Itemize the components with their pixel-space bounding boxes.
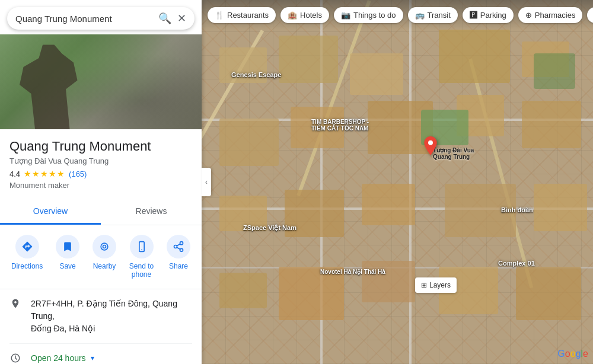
layers-label: Layers: [429, 281, 451, 289]
send-to-phone-icon: [130, 235, 154, 258]
filter-chip-things-to-do[interactable]: 📷 Things to do: [334, 7, 403, 23]
svg-point-7: [180, 248, 183, 251]
rating-row: 4.4 ★★★★★ (165): [9, 169, 192, 178]
filter-chip-pharmacies[interactable]: ⊕ Pharmacies: [518, 7, 583, 23]
restaurant-icon: 🍴: [215, 11, 224, 20]
svg-point-2: [101, 243, 108, 250]
tab-reviews[interactable]: Reviews: [101, 199, 202, 225]
nearby-button[interactable]: Nearby: [93, 235, 116, 279]
filter-chip-pharmacies-label: Pharmacies: [535, 11, 576, 20]
svg-point-1: [103, 245, 106, 248]
save-button[interactable]: Save: [56, 235, 79, 279]
layers-button[interactable]: ⊞ Layers: [415, 277, 457, 293]
hours-status: Open 24 hours: [31, 352, 86, 364]
tabs: Overview Reviews: [0, 199, 202, 225]
svg-line-8: [177, 247, 180, 249]
filter-chip-transit[interactable]: 🚌 Transit: [408, 7, 458, 23]
send-to-phone-button[interactable]: Send tophone: [129, 235, 154, 279]
google-logo: Google: [557, 349, 588, 359]
svg-line-9: [177, 244, 180, 245]
place-subtitle: Tượng Đài Vua Quang Trung: [9, 157, 192, 165]
action-buttons: Directions Save Nearby: [0, 225, 202, 289]
pharmacy-icon: ⊕: [525, 11, 532, 20]
search-icon[interactable]: 🔍: [158, 12, 171, 25]
filter-bar: 🍴 Restaurants 🏨 Hotels 📷 Things to do 🚌 …: [202, 0, 593, 30]
map-marker[interactable]: [421, 136, 440, 162]
filter-chip-atms[interactable]: 💳 ATMs: [587, 7, 593, 23]
collapse-panel-button[interactable]: ‹: [202, 168, 211, 196]
place-info: Quang Trung Monument Tượng Đài Vua Quang…: [0, 129, 202, 194]
directions-label: Directions: [11, 262, 43, 270]
map-tiles: [202, 0, 593, 364]
directions-icon: [15, 235, 39, 258]
svg-point-0: [428, 141, 433, 145]
clock-icon: [9, 353, 21, 364]
filter-chip-hotels[interactable]: 🏨 Hotels: [280, 7, 329, 23]
chevron-left-icon: ‹: [205, 178, 208, 186]
share-label: Share: [169, 262, 188, 270]
address-content: 2R7F+4HH, P. Đặng Tiến Đông, Quang Trung…: [31, 298, 192, 335]
review-count[interactable]: (165): [69, 170, 87, 178]
search-input[interactable]: [15, 14, 152, 24]
hours-row: Open 24 hours ▾: [9, 344, 192, 364]
filter-chip-parking-label: Parking: [480, 11, 506, 20]
filter-chip-transit-label: Transit: [428, 11, 451, 20]
info-section: 2R7F+4HH, P. Đặng Tiến Đông, Quang Trung…: [0, 289, 202, 364]
svg-point-4: [141, 249, 142, 250]
stars: ★★★★★: [24, 169, 65, 178]
save-label: Save: [59, 262, 75, 270]
svg-rect-3: [139, 242, 144, 252]
hero-image[interactable]: [0, 34, 202, 129]
save-icon: [56, 235, 79, 258]
parking-icon: 🅿: [470, 11, 477, 20]
camera-icon: 📷: [341, 11, 350, 20]
filter-chip-restaurants[interactable]: 🍴 Restaurants: [208, 7, 276, 23]
close-icon[interactable]: ✕: [177, 12, 186, 25]
nearby-label: Nearby: [93, 262, 116, 270]
place-name: Quang Trung Monument: [9, 139, 192, 154]
hours-content: Open 24 hours ▾: [31, 352, 192, 364]
share-button[interactable]: Share: [167, 235, 190, 279]
layers-icon: ⊞: [421, 281, 427, 289]
send-to-phone-label: Send tophone: [129, 262, 154, 279]
filter-chip-hotels-label: Hotels: [300, 11, 322, 20]
filter-chip-things-to-do-label: Things to do: [353, 11, 396, 20]
rating-number: 4.4: [9, 170, 20, 178]
location-pin-icon: [9, 298, 21, 312]
hotel-icon: 🏨: [288, 11, 297, 20]
filter-chip-parking[interactable]: 🅿 Parking: [463, 7, 514, 23]
directions-button[interactable]: Directions: [11, 235, 43, 279]
filter-chip-restaurants-label: Restaurants: [227, 11, 269, 20]
place-type: Monument maker: [9, 181, 192, 190]
tab-overview[interactable]: Overview: [0, 199, 101, 225]
svg-point-5: [180, 242, 183, 245]
share-icon: [167, 235, 190, 258]
hours-toggle[interactable]: ▾: [91, 353, 94, 363]
svg-point-6: [174, 245, 177, 248]
map-container[interactable]: 🍴 Restaurants 🏨 Hotels 📷 Things to do 🚌 …: [202, 0, 593, 364]
address-row: 2R7F+4HH, P. Đặng Tiến Đông, Quang Trung…: [9, 289, 192, 344]
left-panel: 🔍 ✕ Quang Trung Monument Tượng Đài Vua Q…: [0, 0, 202, 364]
bus-icon: 🚌: [415, 11, 425, 20]
search-bar: 🔍 ✕: [7, 7, 195, 30]
nearby-icon: [93, 235, 116, 258]
